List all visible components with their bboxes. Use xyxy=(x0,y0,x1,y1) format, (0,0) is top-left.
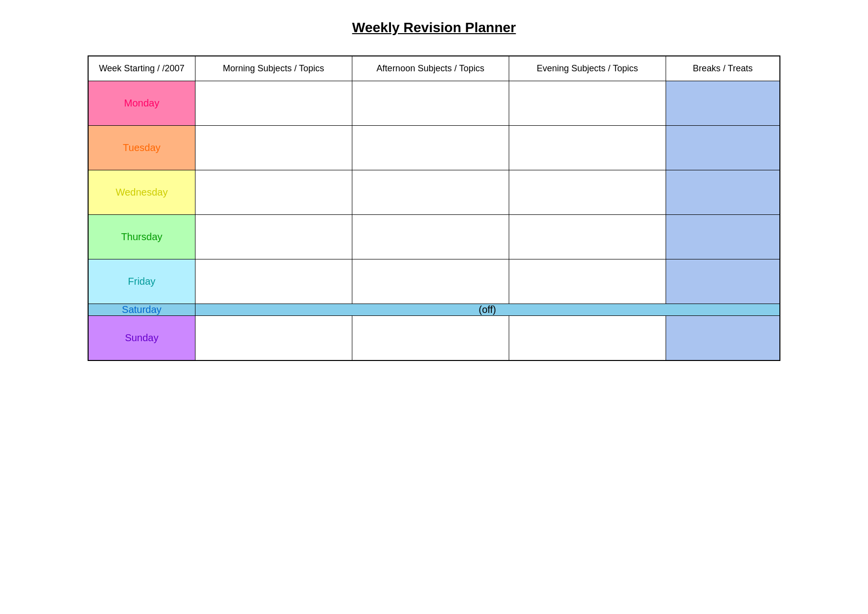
morning-tuesday[interactable] xyxy=(195,126,352,170)
table-row: Sunday xyxy=(88,316,780,360)
breaks-wednesday[interactable] xyxy=(666,170,780,215)
morning-friday[interactable] xyxy=(195,259,352,304)
table-row: Thursday xyxy=(88,215,780,259)
header-breaks: Breaks / Treats xyxy=(666,56,780,81)
header-evening: Evening Subjects / Topics xyxy=(509,56,666,81)
afternoon-friday[interactable] xyxy=(352,259,509,304)
day-saturday: Saturday xyxy=(88,304,195,316)
header-afternoon: Afternoon Subjects / Topics xyxy=(352,56,509,81)
breaks-monday[interactable] xyxy=(666,81,780,126)
header-week-starting: Week Starting / /2007 xyxy=(88,56,195,81)
breaks-tuesday[interactable] xyxy=(666,126,780,170)
day-wednesday: Wednesday xyxy=(88,170,195,215)
evening-tuesday[interactable] xyxy=(509,126,666,170)
afternoon-monday[interactable] xyxy=(352,81,509,126)
evening-monday[interactable] xyxy=(509,81,666,126)
day-thursday: Thursday xyxy=(88,215,195,259)
table-row: Friday xyxy=(88,259,780,304)
morning-sunday[interactable] xyxy=(195,316,352,360)
table-row-saturday: Saturday (off) xyxy=(88,304,780,316)
afternoon-tuesday[interactable] xyxy=(352,126,509,170)
morning-wednesday[interactable] xyxy=(195,170,352,215)
day-tuesday: Tuesday xyxy=(88,126,195,170)
day-monday: Monday xyxy=(88,81,195,126)
evening-thursday[interactable] xyxy=(509,215,666,259)
day-sunday: Sunday xyxy=(88,316,195,360)
breaks-sunday[interactable] xyxy=(666,316,780,360)
table-row: Tuesday xyxy=(88,126,780,170)
saturday-off-cell: (off) xyxy=(195,304,780,316)
day-friday: Friday xyxy=(88,259,195,304)
evening-wednesday[interactable] xyxy=(509,170,666,215)
morning-thursday[interactable] xyxy=(195,215,352,259)
breaks-friday[interactable] xyxy=(666,259,780,304)
page-title: Weekly Revision Planner xyxy=(352,20,516,36)
morning-monday[interactable] xyxy=(195,81,352,126)
evening-sunday[interactable] xyxy=(509,316,666,360)
planner-table: Week Starting / /2007 Morning Subjects /… xyxy=(88,55,780,361)
afternoon-thursday[interactable] xyxy=(352,215,509,259)
table-row: Monday xyxy=(88,81,780,126)
table-row: Wednesday xyxy=(88,170,780,215)
header-morning: Morning Subjects / Topics xyxy=(195,56,352,81)
afternoon-sunday[interactable] xyxy=(352,316,509,360)
afternoon-wednesday[interactable] xyxy=(352,170,509,215)
breaks-thursday[interactable] xyxy=(666,215,780,259)
evening-friday[interactable] xyxy=(509,259,666,304)
